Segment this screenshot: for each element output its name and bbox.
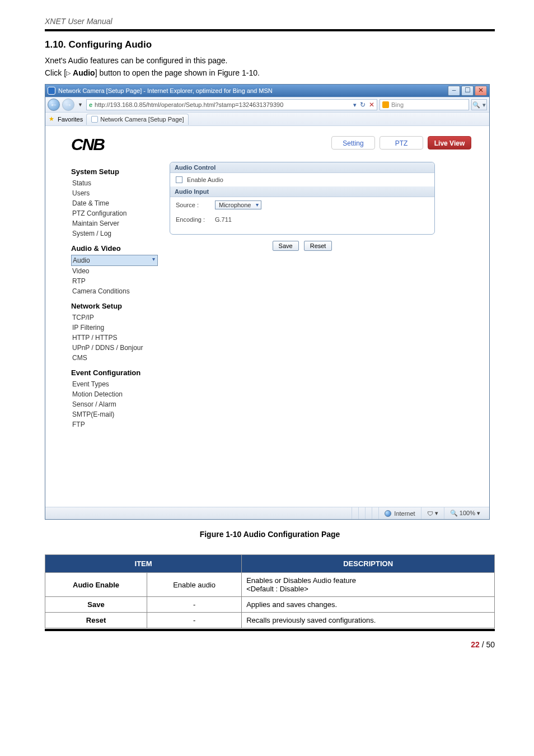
enable-audio-checkbox[interactable]	[176, 176, 182, 183]
zoom-value: 100% ▾	[460, 510, 480, 517]
sidebar-item-http[interactable]: HTTP / HTTPS	[71, 333, 158, 343]
close-button[interactable]: ✕	[475, 86, 487, 96]
url-text: http://193.168.0.85/html/operator/Setup.…	[95, 101, 283, 108]
page-content: Setting PTZ Live View CNB System Setup S…	[45, 126, 489, 507]
sidebar-item-syslog[interactable]: System / Log	[71, 228, 158, 239]
section-title: 1.10. Configuring Audio	[45, 39, 495, 50]
status-internet-label: Internet	[394, 510, 415, 517]
triangle-icon: ▷	[66, 69, 71, 77]
sidebar-item-status[interactable]: Status	[71, 178, 158, 188]
nav-dropdown-icon[interactable]: ▼	[77, 102, 84, 108]
td-r1c: Enables or Disables Audio feature <Defau…	[242, 573, 495, 597]
status-zoom[interactable]: 🔍 100% ▾	[444, 507, 486, 519]
sidebar-item-ftp[interactable]: FTP	[71, 419, 158, 430]
page-current: 22	[471, 640, 480, 649]
logo-text: CNB	[71, 135, 104, 153]
star-icon[interactable]: ★	[49, 115, 54, 123]
search-field[interactable]: Bing	[380, 99, 469, 110]
td-r3a: Reset	[45, 613, 147, 628]
sidebar-item-video[interactable]: Video	[71, 266, 158, 276]
sidebar-group-av: Audio & Video	[71, 244, 166, 253]
click-line: Click [▷ Audio] button to open the page …	[45, 68, 495, 77]
sidebar-group-network: Network Setup	[71, 302, 166, 310]
title-bar: Network Camera [Setup Page] - Internet E…	[45, 85, 489, 97]
page-icon	[91, 116, 98, 123]
top-buttons: Setting PTZ Live View	[331, 136, 471, 150]
sidebar-item-cms[interactable]: CMS	[71, 353, 158, 363]
main-panel: Audio Control Enable Audio Audio Input S…	[166, 162, 435, 430]
td-r1b: Enable audio	[147, 573, 242, 597]
sidebar-item-maintain[interactable]: Maintain Server	[71, 218, 158, 228]
td-r2c: Applies and saves changes.	[242, 597, 495, 613]
enable-audio-label: Enable Audio	[187, 176, 223, 183]
encoding-label: Encoding :	[176, 216, 210, 223]
source-row: Source : Microphone	[170, 197, 434, 213]
sidebar-item-ptzconfig[interactable]: PTZ Configuration	[71, 208, 158, 218]
status-internet: Internet	[378, 507, 420, 519]
page-total: 50	[486, 640, 495, 649]
figure-caption: Figure 1-10 Audio Configuration Page	[45, 530, 495, 539]
click-prefix: Click [	[45, 68, 66, 77]
search-placeholder: Bing	[391, 101, 404, 108]
td-r3b: -	[147, 613, 242, 628]
url-dropdown-icon[interactable]: ▾	[353, 101, 357, 109]
browser-window: Network Camera [Setup Page] - Internet E…	[45, 84, 490, 520]
ptz-button[interactable]: PTZ	[380, 136, 423, 150]
sidebar-item-users[interactable]: Users	[71, 188, 158, 198]
sidebar-item-smtp[interactable]: SMTP(E-mail)	[71, 409, 158, 419]
sidebar-item-audio[interactable]: Audio	[71, 255, 158, 266]
sidebar-item-ipfilter[interactable]: IP Filtering	[71, 323, 158, 333]
sidebar-item-rtp[interactable]: RTP	[71, 276, 158, 286]
source-select[interactable]: Microphone	[215, 200, 261, 209]
search-button[interactable]: 🔍 ▾	[471, 99, 487, 110]
doc-header: XNET User Manual	[45, 17, 495, 26]
maximize-button[interactable]: ☐	[461, 86, 474, 96]
reset-button[interactable]: Reset	[304, 241, 332, 251]
click-suffix: ] button to open the page shown in Figur…	[95, 68, 260, 77]
sidebar-item-tcpip[interactable]: TCP/IP	[71, 312, 158, 323]
status-seg1	[352, 507, 358, 519]
encoding-value: G.711	[215, 216, 232, 223]
hr-bottom	[45, 629, 495, 631]
sidebar-item-motion[interactable]: Motion Detection	[71, 389, 158, 399]
favorites-label: Favorites	[58, 116, 83, 123]
forward-button[interactable]: →	[62, 99, 74, 111]
globe-icon	[385, 510, 391, 517]
refresh-icon[interactable]: ↻	[360, 101, 366, 109]
favorites-bar: ★ Favorites Network Camera [Setup Page]	[45, 113, 489, 126]
status-zone[interactable]: 🛡 ▾	[421, 507, 444, 519]
source-label: Source :	[176, 202, 210, 208]
tab-label: Network Camera [Setup Page]	[100, 116, 184, 123]
td-r3c: Recalls previously saved configurations.	[242, 613, 495, 628]
back-button[interactable]: ←	[48, 99, 60, 111]
page-footer: 22 / 50	[45, 640, 495, 649]
ie-icon	[48, 87, 55, 95]
intro-line: Xnet's Audio features can be configured …	[45, 56, 495, 65]
encoding-row: Encoding : G.711	[170, 213, 434, 226]
status-seg3	[365, 507, 372, 519]
stop-icon[interactable]: ✕	[369, 101, 374, 109]
url-field[interactable]: e http://193.168.0.85/html/operator/Setu…	[86, 99, 377, 110]
status-bar: Internet 🛡 ▾ 🔍 100% ▾	[45, 507, 489, 519]
panel-head-audiocontrol: Audio Control	[170, 162, 434, 173]
td-r2a: Save	[45, 597, 147, 613]
browser-tab[interactable]: Network Camera [Setup Page]	[86, 114, 189, 125]
sidebar-item-camera[interactable]: Camera Conditions	[71, 286, 158, 296]
sidebar-item-upnp[interactable]: UPnP / DDNS / Bonjour	[71, 343, 158, 353]
bing-icon	[382, 101, 389, 108]
sidebar: System Setup Status Users Date & Time PT…	[71, 162, 166, 430]
sidebar-item-eventtypes[interactable]: Event Types	[71, 379, 158, 389]
window-title: Network Camera [Setup Page] - Internet E…	[58, 87, 448, 94]
zone-icon: 🛡	[427, 510, 433, 517]
setting-button[interactable]: Setting	[331, 136, 375, 150]
page-sep: /	[480, 640, 486, 649]
click-bold: Audio	[73, 68, 95, 77]
td-r1a: Audio Enable	[45, 573, 147, 597]
liveview-button[interactable]: Live View	[428, 136, 471, 150]
save-button[interactable]: Save	[273, 241, 299, 251]
sidebar-item-datetime[interactable]: Date & Time	[71, 198, 158, 208]
sidebar-item-sensor[interactable]: Sensor / Alarm	[71, 399, 158, 409]
th-item: ITEM	[45, 555, 242, 573]
minimize-button[interactable]: –	[448, 86, 460, 96]
zoom-icon: 🔍	[450, 510, 458, 517]
